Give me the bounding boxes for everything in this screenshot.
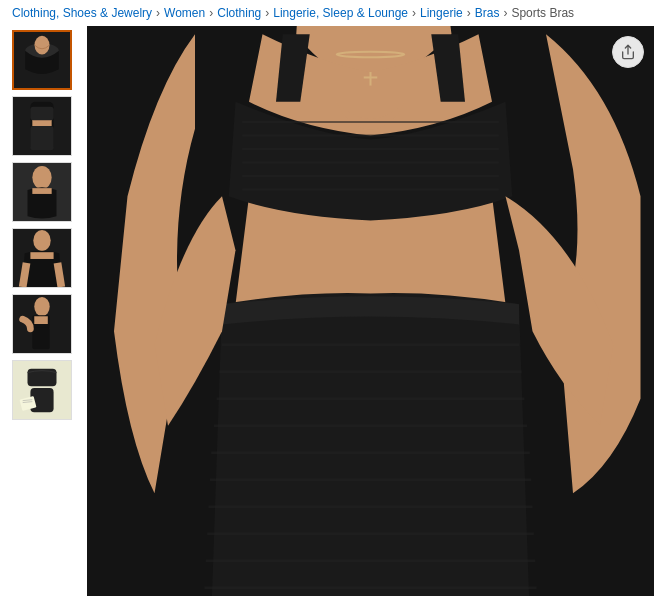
share-button[interactable] (612, 36, 644, 68)
breadcrumb-item-lingerie-sleep-lounge[interactable]: Lingerie, Sleep & Lounge (273, 6, 408, 20)
thumbnail-5[interactable] (12, 294, 72, 354)
svg-rect-7 (30, 126, 53, 150)
thumbnail-4[interactable] (12, 228, 72, 288)
breadcrumb: Clothing, Shoes & Jewelry › Women › Clot… (0, 0, 666, 26)
breadcrumb-current: Sports Bras (511, 6, 574, 20)
main-image-container (87, 26, 654, 596)
svg-rect-10 (32, 188, 51, 194)
breadcrumb-separator-1: › (156, 6, 160, 20)
breadcrumb-item-clothing[interactable]: Clothing (217, 6, 261, 20)
breadcrumb-separator-4: › (412, 6, 416, 20)
thumbnail-2[interactable] (12, 96, 72, 156)
breadcrumb-separator-6: › (503, 6, 507, 20)
breadcrumb-item-bras[interactable]: Bras (475, 6, 500, 20)
breadcrumb-item-clothing-shoes-jewelry[interactable]: Clothing, Shoes & Jewelry (12, 6, 152, 20)
thumbnail-column (12, 26, 77, 606)
thumbnail-3[interactable] (12, 162, 72, 222)
svg-point-12 (33, 230, 50, 251)
product-area (0, 26, 666, 606)
svg-rect-6 (30, 107, 53, 121)
breadcrumb-separator-2: › (209, 6, 213, 20)
thumbnail-6[interactable] (12, 360, 72, 420)
svg-rect-18 (32, 328, 49, 349)
breadcrumb-item-women[interactable]: Women (164, 6, 205, 20)
svg-rect-17 (34, 316, 48, 324)
svg-rect-13 (30, 252, 53, 259)
svg-point-2 (35, 36, 50, 55)
thumbnail-1[interactable] (12, 30, 72, 90)
breadcrumb-separator-5: › (467, 6, 471, 20)
svg-point-9 (32, 166, 51, 189)
breadcrumb-separator-3: › (265, 6, 269, 20)
svg-point-15 (34, 297, 49, 316)
breadcrumb-item-lingerie[interactable]: Lingerie (420, 6, 463, 20)
main-product-image (87, 26, 654, 596)
